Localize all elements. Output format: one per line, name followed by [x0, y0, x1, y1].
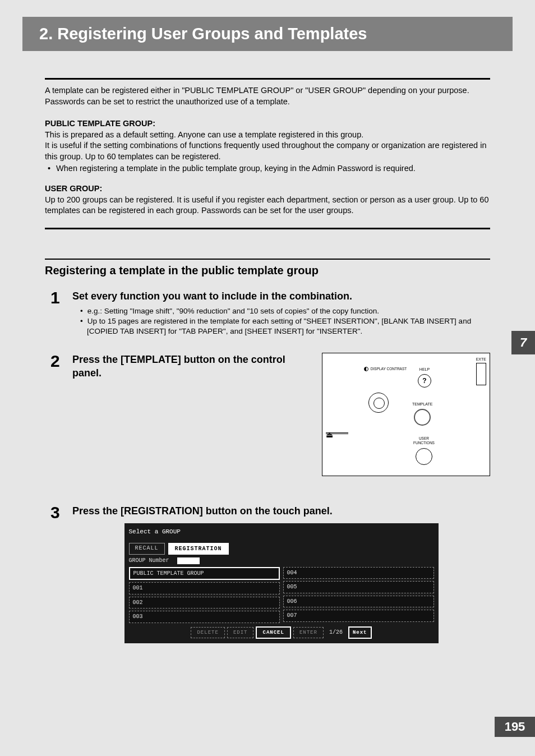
- exte-box: [476, 363, 486, 385]
- page-indicator: 1/26: [326, 629, 346, 637]
- group-item[interactable]: 004: [283, 567, 434, 579]
- step-title: Press the [TEMPLATE] button on the contr…: [72, 353, 311, 380]
- step-number: 1: [50, 289, 70, 306]
- step-number: 3: [50, 504, 70, 521]
- page-title: 2. Registering User Groups and Templates: [39, 25, 496, 43]
- group-number-field[interactable]: [177, 557, 200, 564]
- template-button-icon: [414, 409, 431, 426]
- step-2: 2 Press the [TEMPLATE] button on the con…: [45, 353, 490, 476]
- group-item[interactable]: 001: [129, 582, 280, 594]
- contrast-dial-icon: [368, 393, 389, 413]
- public-bullet: When registering a template in the publi…: [45, 163, 490, 174]
- display-contrast-label: DISPLAY CONTRAST: [371, 367, 407, 371]
- content-area: A template can be registered either in "…: [0, 51, 535, 643]
- recall-tab[interactable]: RECALL: [129, 543, 165, 555]
- step-1: 1 Set every function you want to include…: [45, 289, 490, 337]
- subsection-title: Registering a template in the public tem…: [45, 263, 490, 278]
- user-paragraph: Up to 200 groups can be registered. It i…: [45, 195, 490, 216]
- cancel-button[interactable]: CANCEL: [256, 626, 290, 639]
- touch-header: Select a GROUP: [129, 528, 434, 536]
- user-heading: USER GROUP:: [45, 183, 490, 195]
- group-item[interactable]: 005: [283, 581, 434, 593]
- group-item[interactable]: 003: [129, 611, 280, 623]
- enter-button[interactable]: ENTER: [293, 627, 324, 638]
- edit-button[interactable]: EDIT: [227, 627, 254, 638]
- step-number: 2: [50, 353, 70, 384]
- group-item[interactable]: 002: [129, 597, 280, 609]
- intro-text: A template can be registered either in "…: [45, 85, 490, 107]
- public-p1: This is prepared as a default setting. A…: [45, 130, 490, 141]
- eject-icon: ⏏: [326, 430, 333, 440]
- group-item[interactable]: 007: [283, 610, 434, 622]
- delete-button[interactable]: DELETE: [191, 627, 224, 638]
- chapter-tab: 7: [511, 331, 535, 354]
- template-label: TEMPLATE: [412, 402, 432, 406]
- public-heading: PUBLIC TEMPLATE GROUP:: [45, 118, 490, 130]
- contrast-icon: [364, 367, 368, 371]
- panel-divider: [326, 432, 348, 435]
- step-3: 3 Press the [REGISTRATION] button on the…: [45, 504, 490, 643]
- touch-panel-screenshot: Select a GROUP RECALL REGISTRATION GROUP…: [124, 523, 439, 643]
- divider: [45, 259, 490, 260]
- step-title: Set every function you want to include i…: [72, 289, 490, 303]
- step-title: Press the [REGISTRATION] button on the t…: [72, 504, 490, 518]
- user-functions-label: USER FUNCTIONS: [413, 436, 435, 445]
- group-number-label: GROUP Number: [129, 557, 169, 564]
- group-item[interactable]: PUBLIC TEMPLATE GROUP: [129, 567, 280, 580]
- divider: [45, 78, 490, 80]
- help-button-icon: ?: [418, 374, 431, 388]
- exte-label: EXTE: [476, 357, 486, 361]
- steps-list: 1 Set every function you want to include…: [45, 289, 490, 643]
- control-panel-illustration: EXTE DISPLAY CONTRAST HELP ? TEMPLATE: [322, 353, 490, 476]
- help-label: HELP: [419, 367, 430, 371]
- public-p2: It is useful if the setting combinations…: [45, 140, 490, 162]
- divider: [45, 228, 490, 229]
- step-bullet: Up to 15 pages are registered in the tem…: [72, 316, 490, 336]
- registration-tab[interactable]: REGISTRATION: [168, 543, 229, 555]
- section-title-bar: 2. Registering User Groups and Templates: [22, 17, 513, 51]
- page-number: 195: [495, 717, 535, 737]
- user-functions-button-icon: [416, 448, 432, 465]
- group-item[interactable]: 006: [283, 596, 434, 608]
- next-button[interactable]: Next: [348, 626, 372, 639]
- step-bullet: e.g.: Setting "Image shift", "90% reduct…: [72, 306, 490, 316]
